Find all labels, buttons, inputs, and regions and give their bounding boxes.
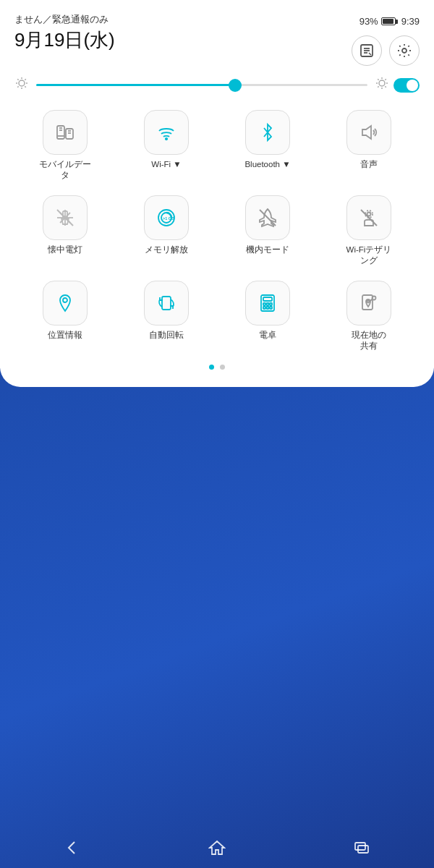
airplane-icon-wrap [245, 195, 290, 240]
settings-button[interactable] [389, 35, 420, 66]
svg-text:>1 GB: >1 GB [163, 216, 174, 221]
wifi-icon [156, 122, 177, 143]
bluetooth-icon [257, 122, 278, 143]
svg-point-30 [166, 138, 167, 140]
tile-location[interactable]: 位置情報 [14, 272, 116, 357]
svg-line-21 [378, 86, 378, 87]
battery-time: 93% 9:39 [359, 16, 420, 27]
location-label: 位置情報 [48, 330, 82, 341]
tile-wifi-tether[interactable]: Wi-Fiテザリング [318, 187, 420, 272]
rotate-label: 自動回転 [149, 330, 184, 341]
memory-icon: >1 GB [156, 207, 177, 229]
tile-mobile-data[interactable]: モバイルデータ [14, 101, 116, 187]
location-icon-wrap [43, 281, 88, 326]
tile-share-location[interactable]: 現在地の共有 [318, 272, 420, 357]
rotate-icon [156, 292, 177, 314]
svg-rect-59 [355, 843, 365, 850]
airplane-label: 機内モード [246, 244, 289, 255]
sound-icon-wrap [346, 110, 391, 155]
svg-line-11 [25, 86, 25, 87]
time-text: 9:39 [401, 16, 420, 27]
quick-settings-grid: モバイルデータ Wi-Fi ▼ Bluetooth ▼ [14, 101, 420, 357]
svg-point-56 [367, 300, 370, 302]
svg-line-13 [25, 79, 25, 80]
brightness-slider[interactable] [36, 84, 367, 86]
sound-icon [358, 122, 380, 143]
svg-point-44 [367, 212, 371, 216]
mobile-data-icon [54, 122, 76, 143]
svg-point-14 [379, 80, 385, 86]
svg-point-42 [365, 210, 373, 218]
page-dot-1 [209, 365, 214, 370]
brightness-row [14, 76, 420, 94]
back-button[interactable] [58, 833, 87, 862]
svg-rect-48 [263, 297, 272, 301]
status-left: ません／緊急通報のみ 9月19日(水) [14, 13, 115, 53]
location-icon [54, 292, 76, 314]
tile-airplane[interactable]: 機内モード [217, 187, 318, 272]
memory-label: メモリ解放 [145, 244, 188, 255]
carrier-text: ません／緊急通報のみ [14, 13, 115, 26]
toggle-knob [407, 80, 418, 91]
brightness-auto-icon [375, 76, 389, 94]
page-dots [14, 365, 420, 370]
calculator-icon [257, 292, 278, 314]
svg-marker-58 [210, 841, 224, 854]
mobile-data-label: モバイルデータ [39, 159, 91, 181]
flashlight-icon [54, 207, 76, 229]
action-buttons [352, 35, 420, 66]
svg-marker-31 [362, 126, 371, 139]
svg-line-22 [385, 79, 386, 80]
rotate-icon-wrap [144, 281, 189, 326]
flashlight-label: 懐中電灯 [48, 244, 82, 255]
wifi-tether-icon-wrap [346, 195, 391, 240]
recents-button[interactable] [347, 833, 376, 862]
wifi-label: Wi-Fi ▼ [151, 159, 181, 170]
status-bar: ません／緊急通報のみ 9月19日(水) 93% 9:39 [14, 13, 420, 66]
svg-line-12 [17, 86, 18, 87]
svg-line-41 [260, 210, 276, 226]
svg-line-10 [17, 79, 18, 80]
bluetooth-icon-wrap [245, 110, 290, 155]
svg-point-45 [63, 298, 67, 302]
svg-rect-60 [358, 846, 368, 853]
wifi-tether-icon [358, 207, 380, 229]
svg-point-57 [373, 296, 376, 299]
notes-button[interactable] [352, 35, 382, 66]
svg-rect-52 [263, 307, 265, 309]
bluetooth-label: Bluetooth ▼ [244, 159, 290, 170]
sound-label: 音声 [360, 159, 378, 170]
svg-rect-46 [162, 297, 171, 310]
svg-rect-51 [270, 303, 272, 305]
svg-point-4 [402, 48, 407, 53]
tile-rotate[interactable]: 自動回転 [116, 272, 217, 357]
status-right: 93% 9:39 [352, 16, 420, 66]
svg-line-20 [385, 86, 386, 87]
tile-flashlight[interactable]: 懐中電灯 [14, 187, 116, 272]
tile-wifi[interactable]: Wi-Fi ▼ [116, 101, 217, 187]
mobile-data-icon-wrap [43, 110, 88, 155]
notification-panel: ません／緊急通報のみ 9月19日(水) 93% 9:39 [0, 0, 434, 387]
tile-memory[interactable]: >1 GB メモリ解放 [116, 187, 217, 272]
battery-icon [381, 17, 396, 25]
flashlight-icon-wrap [43, 195, 88, 240]
airplane-icon [257, 207, 278, 229]
battery-percent: 93% [359, 16, 378, 27]
calculator-icon-wrap [245, 281, 290, 326]
brightness-low-icon [14, 76, 29, 94]
tile-sound[interactable]: 音声 [318, 101, 420, 187]
calculator-label: 電卓 [259, 330, 276, 341]
svg-line-19 [378, 79, 378, 80]
slider-thumb [229, 79, 242, 92]
svg-rect-54 [270, 307, 272, 309]
share-location-icon-wrap [346, 281, 391, 326]
tile-bluetooth[interactable]: Bluetooth ▼ [217, 101, 318, 187]
tile-calculator[interactable]: 電卓 [217, 272, 318, 357]
home-button[interactable] [203, 833, 231, 862]
share-location-label: 現在地の共有 [352, 330, 386, 352]
memory-icon-wrap: >1 GB [144, 195, 189, 240]
auto-brightness-switch[interactable] [393, 78, 420, 93]
svg-rect-53 [267, 307, 269, 309]
bottom-nav [0, 827, 434, 868]
date-text: 9月19日(水) [14, 27, 115, 53]
